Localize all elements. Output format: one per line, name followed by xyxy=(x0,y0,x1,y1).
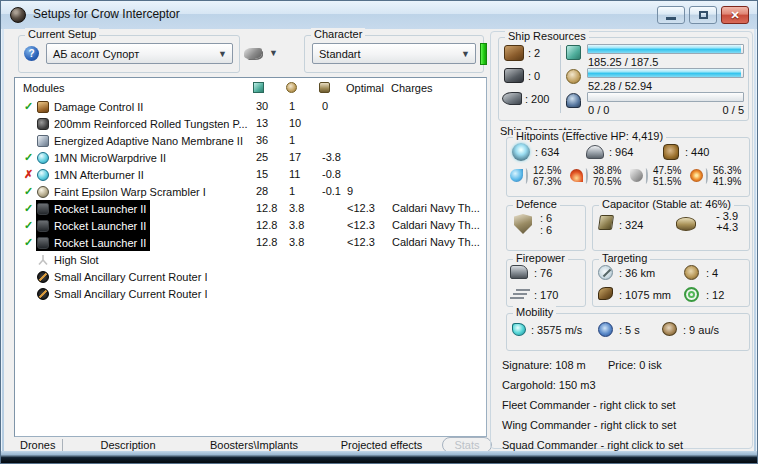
autocannon-icon xyxy=(37,118,49,130)
minimize-button[interactable] xyxy=(657,6,685,24)
chevron-down-icon: ▼ xyxy=(218,49,227,59)
module-row[interactable]: ✓ 1MN MicroWarpdrive II 25 17 -3.8 xyxy=(16,149,476,166)
armor-hp-value: : 964 xyxy=(609,146,633,158)
setup-select-value: АБ асолт Супорт xyxy=(53,48,139,60)
module-pg: 1 xyxy=(289,100,295,112)
cpu-usage-text: 185.25 / 187.5 xyxy=(588,56,658,68)
rig-icon xyxy=(37,271,49,283)
character-select[interactable]: Standart ▼ xyxy=(312,43,476,64)
capacitor-label: Capacitor (Stable at: 46%) xyxy=(599,198,734,210)
afterburner-icon xyxy=(37,169,49,181)
module-cpu: 28 xyxy=(256,185,268,197)
scan-resolution-icon xyxy=(598,287,613,300)
module-row[interactable]: ✓ Faint Epsilon Warp Scrambler I 28 1 -0… xyxy=(16,183,476,200)
module-pg: 10 xyxy=(289,117,301,129)
capacitor-amount: : 324 xyxy=(619,219,643,231)
module-row[interactable]: Energized Adaptive Nano Membrane II 36 1 xyxy=(16,132,476,149)
fleet-commander-setter[interactable]: Fleet Commander - right click to set xyxy=(502,399,676,411)
armor-hp-icon xyxy=(586,145,604,159)
tab-boosters-implants[interactable]: Boosters\Implants xyxy=(204,439,304,451)
maximize-button[interactable] xyxy=(689,6,717,24)
module-pg: 1 xyxy=(289,134,295,146)
explosive-shield-resist: 56.3% xyxy=(713,165,741,176)
squad-commander-setter[interactable]: Squad Commander - right click to set xyxy=(502,439,683,451)
module-row[interactable]: 200mm Reinforced Rolled Tungsten P... 13… xyxy=(16,115,476,132)
firepower-label: Firepower xyxy=(513,252,568,264)
shield-hp-icon xyxy=(512,143,530,161)
hitpoints-label: Hitpoints (Effective HP: 4,419) xyxy=(513,130,666,142)
module-cpu: 15 xyxy=(256,168,268,180)
module-row[interactable]: ✓ Damage Control II 30 1 0 xyxy=(16,98,476,115)
module-active-check-icon: ✓ xyxy=(22,202,35,215)
module-row[interactable]: ✗ 1MN Afterburner II 15 11 -0.8 xyxy=(16,166,476,183)
module-pg: 3.8 xyxy=(289,219,304,231)
setup-select[interactable]: АБ асолт Супорт ▼ xyxy=(46,43,233,64)
launcher-hardpoint-icon xyxy=(504,68,524,83)
optimal-column-title: Optimal xyxy=(346,82,384,94)
align-time-value: : 5 s xyxy=(619,324,640,336)
rig-row[interactable]: Small Ancillary Current Router I xyxy=(16,285,476,302)
module-name: Rocket Launcher II xyxy=(54,237,146,249)
powergrid-icon xyxy=(566,69,581,84)
app-icon xyxy=(10,7,26,23)
chevron-down-icon: ▼ xyxy=(269,48,278,58)
tab-projected-effects[interactable]: Projected effects xyxy=(334,439,429,451)
wing-commander-setter[interactable]: Wing Commander - right click to set xyxy=(502,419,676,431)
module-cpu: 12.8 xyxy=(256,219,277,231)
chevron-down-icon: ▼ xyxy=(461,49,470,59)
warp-speed-icon xyxy=(662,322,677,336)
ship-menu-button[interactable]: ▼ xyxy=(244,43,280,63)
help-icon[interactable]: ? xyxy=(24,46,39,61)
module-name: Rocket Launcher II xyxy=(54,220,146,232)
cpu-bar xyxy=(587,44,744,54)
dronebay-usage-text: 0 / 0 xyxy=(588,104,609,116)
window-title: Setups for Crow Interceptor xyxy=(33,7,180,21)
titlebar[interactable]: Setups for Crow Interceptor ✕ xyxy=(1,1,757,29)
module-cpu: 13 xyxy=(256,117,268,129)
empty-high-slot-row[interactable]: High Slot xyxy=(16,251,476,268)
module-name: 1MN MicroWarpdrive II xyxy=(54,152,166,164)
module-row-selected[interactable]: ✓ Rocket Launcher II 12.8 3.8 <12.3 Cald… xyxy=(16,217,476,234)
module-row-selected[interactable]: ✓ Rocket Launcher II 12.8 3.8 <12.3 Cald… xyxy=(16,200,476,217)
minimize-icon xyxy=(666,17,676,20)
module-cpu: 36 xyxy=(256,134,268,146)
module-optimal: 9 xyxy=(347,185,353,197)
ship-icon xyxy=(244,48,262,59)
cpu-column-icon xyxy=(253,82,264,93)
turret-hardpoint-icon xyxy=(504,45,524,61)
em-armor-resist: 67.3% xyxy=(533,176,561,187)
thermal-shield-resist: 38.8% xyxy=(593,165,621,176)
module-name: 200mm Reinforced Rolled Tungsten P... xyxy=(54,118,248,130)
ship-resources-label: Ship Resources xyxy=(505,30,589,42)
modules-list[interactable]: Modules Optimal Charges ✓ Damage Control… xyxy=(14,77,487,437)
shield-hp-value: : 634 xyxy=(535,146,559,158)
tab-drones[interactable]: Drones xyxy=(20,439,55,451)
modules-column-title: Modules xyxy=(23,82,65,94)
module-active-check-icon: ✓ xyxy=(22,100,35,113)
module-pg: 3.8 xyxy=(289,202,304,214)
rig-row[interactable]: Small Ancillary Current Router I xyxy=(16,268,476,285)
module-optimal: <12.3 xyxy=(347,219,375,231)
module-cpu: 30 xyxy=(256,100,268,112)
module-name: Faint Epsilon Warp Scrambler I xyxy=(54,186,206,198)
module-charges: Caldari Navy Th... xyxy=(392,202,486,214)
module-row-selected[interactable]: ✓ Rocket Launcher II 12.8 3.8 <12.3 Cald… xyxy=(16,234,476,251)
defence-label: Defence xyxy=(513,198,560,210)
structure-hp-icon xyxy=(663,144,679,160)
close-button[interactable]: ✕ xyxy=(721,6,749,24)
price-text: Price: 0 isk xyxy=(608,359,662,371)
rocket-launcher-icon xyxy=(37,220,49,232)
armor-membrane-icon xyxy=(37,135,49,147)
powergrid-column-icon xyxy=(286,82,297,93)
defence-value-1: : 6 xyxy=(540,212,552,224)
module-active-check-icon: ✓ xyxy=(22,219,35,232)
tab-description[interactable]: Description xyxy=(82,439,174,451)
max-targets-value: : 4 xyxy=(706,267,718,279)
cargohold-text: Cargohold: 150 m3 xyxy=(502,379,596,391)
targeting-range-value: : 36 km xyxy=(619,267,655,279)
targeting-label: Targeting xyxy=(599,252,650,264)
module-name: Small Ancillary Current Router I xyxy=(54,288,207,300)
sensor-strength-value: : 12 xyxy=(706,289,724,301)
damage-control-icon xyxy=(37,101,49,113)
charges-column-title: Charges xyxy=(391,82,433,94)
